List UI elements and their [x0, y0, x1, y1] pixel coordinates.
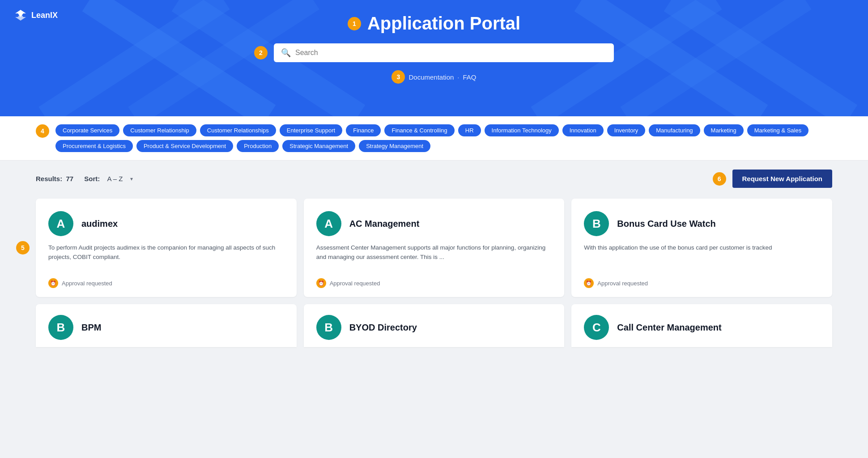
- partial-card-callcenter[interactable]: C Call Center Management: [571, 304, 832, 347]
- sort-value: A – Z: [107, 175, 123, 182]
- app-name-audimex: audimex: [81, 219, 118, 229]
- chevron-down-icon: ▾: [130, 176, 133, 182]
- app-name-ac: AC Management: [349, 219, 420, 229]
- results-label: Results:: [36, 175, 62, 182]
- card-header: 5 A audimex: [48, 211, 284, 236]
- page-title-row: 1 Application Portal: [348, 13, 520, 34]
- links-row: 3 Documentation · FAQ: [391, 70, 476, 84]
- app-desc-audimex: To perform Audit projects audimex is the…: [48, 243, 284, 270]
- app-avatar-byod: B: [316, 315, 341, 340]
- approval-icon: ⏰: [316, 278, 326, 288]
- partial-card-bpm[interactable]: B BPM: [36, 304, 297, 347]
- results-section: Results: 77 Sort: A – Z ▾ 6 Request New …: [0, 161, 868, 356]
- badge-3: 3: [391, 70, 405, 84]
- app-name-byod: BYOD Directory: [349, 322, 417, 333]
- badge-6: 6: [713, 172, 726, 186]
- tag-customer-relationship[interactable]: Customer Relationship: [123, 124, 196, 136]
- approval-icon: ⏰: [48, 278, 58, 288]
- card-footer-ac: ⏰ Approval requested: [316, 278, 552, 288]
- badge-5: 5: [16, 241, 30, 254]
- partial-cards-row: B BPM B BYOD Directory C Call Center Man…: [36, 304, 832, 347]
- app-name-callcenter: Call Center Management: [617, 322, 721, 333]
- cards-grid: 5 A audimex To perform Audit projects au…: [36, 199, 832, 297]
- tag-information-technology[interactable]: Information Technology: [485, 124, 559, 136]
- tag-inventory[interactable]: Inventory: [607, 124, 645, 136]
- approval-icon: ⏰: [584, 278, 594, 288]
- request-btn-label: Request New Application: [742, 175, 822, 182]
- tag-finance[interactable]: Finance: [346, 124, 381, 136]
- approval-status: Approval requested: [62, 280, 112, 287]
- search-input[interactable]: [295, 49, 607, 57]
- app-name-bonus: Bonus Card Use Watch: [617, 219, 715, 229]
- dot-separator: ·: [457, 73, 459, 81]
- card-header: A AC Management: [316, 211, 552, 236]
- app-desc-bonus: With this application the use of the bon…: [584, 243, 820, 270]
- results-right: 6 Request New Application: [713, 170, 832, 188]
- request-new-application-button[interactable]: Request New Application: [732, 170, 832, 188]
- documentation-link[interactable]: Documentation: [408, 73, 454, 81]
- tag-strategy-management[interactable]: Strategy Management: [359, 140, 430, 152]
- results-left: Results: 77 Sort: A – Z ▾: [36, 175, 133, 182]
- approval-status: Approval requested: [597, 280, 648, 287]
- tag-manufacturing[interactable]: Manufacturing: [649, 124, 700, 136]
- app-avatar-callcenter: C: [584, 315, 609, 340]
- tag-customer-relationships[interactable]: Customer Relationships: [200, 124, 276, 136]
- app-avatar-ac: A: [316, 211, 341, 236]
- app-card-audimex[interactable]: 5 A audimex To perform Audit projects au…: [36, 199, 297, 297]
- sort-label: Sort:: [84, 175, 100, 182]
- tag-enterprise-support[interactable]: Enterprise Support: [280, 124, 342, 136]
- tag-procurement-logistics[interactable]: Procurement & Logistics: [55, 140, 133, 152]
- tag-hr[interactable]: HR: [458, 124, 481, 136]
- page-title: Application Portal: [367, 13, 520, 34]
- tags-container: Corporate Services Customer Relationship…: [55, 124, 832, 152]
- results-count: Results: 77: [36, 175, 73, 182]
- tag-strategic-management[interactable]: Strategic Management: [282, 140, 355, 152]
- card-footer-bonus: ⏰ Approval requested: [584, 278, 820, 288]
- badge-1: 1: [348, 17, 361, 30]
- app-avatar-bpm: B: [48, 315, 73, 340]
- app-name-bpm: BPM: [81, 322, 101, 333]
- badge-4: 4: [36, 124, 49, 138]
- card-footer-audimex: ⏰ Approval requested: [48, 278, 284, 288]
- badge-2: 2: [254, 46, 268, 59]
- app-avatar-bonus: B: [584, 211, 609, 236]
- search-box[interactable]: 🔍: [274, 43, 614, 62]
- tag-corporate-services[interactable]: Corporate Services: [55, 124, 119, 136]
- sort-dropdown[interactable]: Sort: A – Z ▾: [84, 175, 132, 182]
- tag-marketing-sales[interactable]: Marketing & Sales: [747, 124, 809, 136]
- header-content: 1 Application Portal 2 🔍 3 Documentation…: [0, 0, 868, 97]
- tag-product-service-development[interactable]: Product & Service Development: [136, 140, 233, 152]
- partial-card-byod[interactable]: B BYOD Directory: [304, 304, 565, 347]
- tag-finance-controlling[interactable]: Finance & Controlling: [384, 124, 454, 136]
- app-card-bonus[interactable]: B Bonus Card Use Watch With this applica…: [571, 199, 832, 297]
- card-header: B Bonus Card Use Watch: [584, 211, 820, 236]
- tag-innovation[interactable]: Innovation: [562, 124, 604, 136]
- faq-link[interactable]: FAQ: [463, 73, 477, 81]
- tag-marketing[interactable]: Marketing: [704, 124, 744, 136]
- tag-production[interactable]: Production: [237, 140, 279, 152]
- app-avatar-audimex: A: [48, 211, 73, 236]
- app-desc-ac: Assessment Center Management supports al…: [316, 243, 552, 270]
- results-header: Results: 77 Sort: A – Z ▾ 6 Request New …: [36, 170, 832, 188]
- search-icon: 🔍: [281, 48, 291, 58]
- approval-status: Approval requested: [330, 280, 380, 287]
- search-row: 2 🔍: [254, 43, 614, 62]
- header: LeanIX 1 Application Portal 2 🔍 3 Docume…: [0, 0, 868, 116]
- tags-section: 4 Corporate Services Customer Relationsh…: [0, 116, 868, 161]
- app-card-ac-management[interactable]: A AC Management Assessment Center Manage…: [304, 199, 565, 297]
- results-number: 77: [66, 175, 74, 182]
